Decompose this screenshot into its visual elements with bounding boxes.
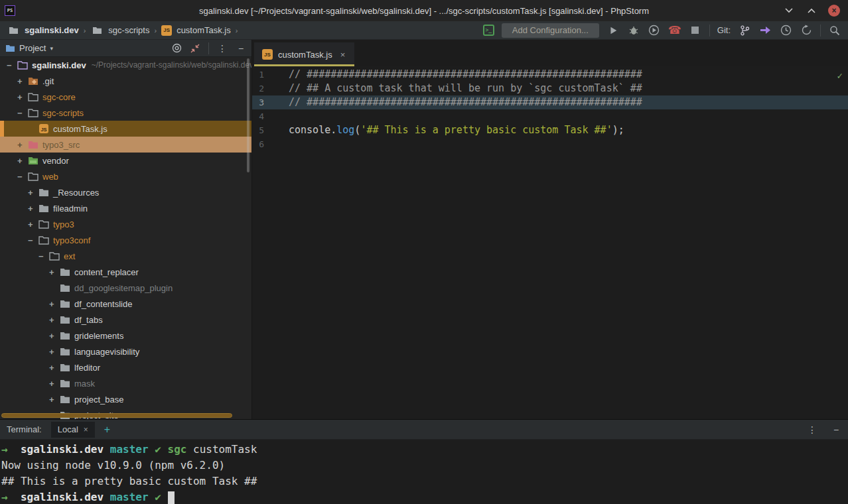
stop-icon[interactable] <box>689 24 702 37</box>
search-icon[interactable] <box>828 24 841 37</box>
chevron-down-icon[interactable]: ▾ <box>50 45 53 52</box>
tree-vertical-scrollbar[interactable] <box>247 58 249 172</box>
tree-item-languagevisibility[interactable]: +languagevisibility <box>0 344 251 359</box>
chevron-right-icon: › <box>236 27 238 34</box>
tree-item-gridelements[interactable]: +gridelements <box>0 328 251 344</box>
tree-expander-icon[interactable]: + <box>17 140 27 150</box>
tree-expander-icon[interactable]: − <box>28 235 38 245</box>
tree-item-typo3_src[interactable]: +typo3_src <box>0 137 251 153</box>
tree-expander-icon[interactable]: − <box>17 172 27 182</box>
hide-panel-icon[interactable]: − <box>236 43 246 54</box>
add-configuration-button[interactable]: Add Configuration... <box>502 23 599 38</box>
tree-item-project_base[interactable]: +project_base <box>0 391 251 407</box>
new-terminal-session-icon[interactable]: + <box>104 424 110 436</box>
tree-expander-icon[interactable]: − <box>38 251 48 261</box>
tree-item-ext[interactable]: −ext <box>0 248 251 264</box>
run-toolbar: >_ Add Configuration... <box>483 23 848 38</box>
run-with-coverage-icon[interactable] <box>648 24 661 37</box>
collapse-all-icon[interactable] <box>190 43 200 54</box>
tree-item-df_tabs[interactable]: +df_tabs <box>0 312 251 328</box>
tree-expander-icon[interactable]: − <box>17 108 27 118</box>
tree-expander-icon[interactable]: + <box>17 156 27 166</box>
tree-expander-icon[interactable]: + <box>17 76 27 86</box>
tree-expander-icon[interactable]: + <box>49 379 59 389</box>
line-number: 6 <box>252 137 264 151</box>
tree-item-mask[interactable]: +mask <box>0 375 251 391</box>
window-title: sgalinski.dev [~/Projects/vagrant-sgalin… <box>199 6 649 16</box>
minimize-icon[interactable] <box>783 5 795 17</box>
filled-folder-icon <box>38 203 49 214</box>
locate-file-icon[interactable] <box>171 43 182 54</box>
git-push-icon[interactable] <box>758 24 772 37</box>
maximize-icon[interactable] <box>806 5 817 17</box>
tree-item-vendor[interactable]: +vendor <box>0 153 251 168</box>
tree-item-typo3conf[interactable]: −typo3conf <box>0 232 251 248</box>
vendor-folder-icon <box>27 155 38 166</box>
tree-expander-icon[interactable]: + <box>49 299 59 309</box>
code-line-4[interactable]: 4 <box>252 109 848 123</box>
close-icon[interactable]: × <box>828 5 840 17</box>
tree-expander-icon[interactable]: + <box>49 395 59 405</box>
tree-item-lfeditor[interactable]: +lfeditor <box>0 359 251 375</box>
tree-item-content_replacer[interactable]: +content_replacer <box>0 264 251 280</box>
debug-listener-phone-icon[interactable]: ☎ <box>668 24 681 37</box>
tree-item-web[interactable]: −web <box>0 168 251 184</box>
line-number: 1 <box>252 68 264 82</box>
tree-item-dd_googlesitemap_plugin[interactable]: dd_googlesitemap_plugin <box>0 280 251 296</box>
breadcrumb-item-file[interactable]: customTask.js <box>177 25 231 35</box>
terminal-hide-icon[interactable]: − <box>831 424 841 435</box>
tree-item-fileadmin[interactable]: +fileadmin <box>0 200 251 216</box>
tab-close-icon[interactable]: × <box>340 50 346 60</box>
tree-expander-icon[interactable]: + <box>28 204 38 214</box>
tree-expander-icon[interactable]: + <box>28 220 38 229</box>
tree-horizontal-scrollbar[interactable] <box>1 413 232 418</box>
tree-expander-icon[interactable]: − <box>7 60 17 70</box>
tree-item-label: web <box>42 172 58 182</box>
code-line-6[interactable]: 6 <box>252 137 848 151</box>
rollback-icon[interactable] <box>800 24 813 37</box>
tree-item-sgc-core[interactable]: +sgc-core <box>0 89 251 105</box>
tree-item-.git[interactable]: +.git <box>0 73 251 89</box>
toolbar-separator <box>709 25 710 36</box>
tree-item-label: ext <box>64 251 75 261</box>
breadcrumb-item-folder[interactable]: sgc-scripts <box>108 25 149 35</box>
code-editor[interactable]: ✓ 1// ##################################… <box>252 66 848 419</box>
update-project-icon[interactable] <box>779 24 792 37</box>
tree-item-typo3[interactable]: +typo3 <box>0 216 251 232</box>
terminal-tab-local[interactable]: Local × <box>51 422 95 438</box>
tree-expander-icon[interactable]: + <box>49 315 59 325</box>
tree-item-df_contentslide[interactable]: +df_contentslide <box>0 296 251 312</box>
tree-expander-icon[interactable]: + <box>49 347 59 357</box>
project-panel-title[interactable]: Project <box>19 43 46 53</box>
debug-icon[interactable] <box>627 24 640 37</box>
tree-expander-icon[interactable]: + <box>49 331 59 341</box>
code-line-1[interactable]: 1// ####################################… <box>252 68 848 82</box>
folder-icon <box>7 24 20 37</box>
tree-expander-icon[interactable]: + <box>49 363 59 373</box>
tree-item-customTask.js[interactable]: JScustomTask.js <box>0 121 251 137</box>
phpstorm-logo-icon: PS <box>5 5 15 16</box>
excluded-folder-icon <box>27 139 38 151</box>
breadcrumb-item-project[interactable]: sgalinski.dev <box>25 25 79 35</box>
tree-item-sgalinski.dev[interactable]: −sgalinski.dev~/Projects/vagrant-sgalins… <box>0 57 251 73</box>
tree-item-sgc-scripts[interactable]: −sgc-scripts <box>0 105 251 121</box>
tab-label: customTask.js <box>278 50 332 60</box>
tree-expander-icon[interactable]: + <box>17 92 27 102</box>
tab-customtask-js[interactable]: JS customTask.js × <box>254 42 354 66</box>
git-branch-icon[interactable] <box>738 24 751 37</box>
tree-expander-icon[interactable]: + <box>49 267 59 277</box>
terminal-output[interactable]: → sgalinski.dev master ✔ sgc customTaskN… <box>0 440 848 504</box>
code-line-2[interactable]: 2// ## A custom task that will be run by… <box>252 82 848 95</box>
tree-item-path: ~/Projects/vagrant-sgalinski/web/sgalins… <box>92 60 251 70</box>
terminal-tab-close-icon[interactable]: × <box>84 425 88 434</box>
tree-item-_Resources[interactable]: +_Resources <box>0 184 251 200</box>
tree-item-label: fileadmin <box>53 204 88 214</box>
terminal-run-icon[interactable]: >_ <box>483 25 494 36</box>
terminal-options-kebab-icon[interactable]: ⋮ <box>807 424 817 435</box>
code-line-5[interactable]: 5console.log('## This is a pretty basic … <box>252 123 848 137</box>
filled-folder-icon <box>38 187 49 198</box>
run-icon[interactable] <box>606 24 620 37</box>
code-line-3[interactable]: 3// ####################################… <box>252 95 848 109</box>
tree-expander-icon[interactable]: + <box>28 188 38 198</box>
options-kebab-icon[interactable]: ⋮ <box>217 43 228 54</box>
